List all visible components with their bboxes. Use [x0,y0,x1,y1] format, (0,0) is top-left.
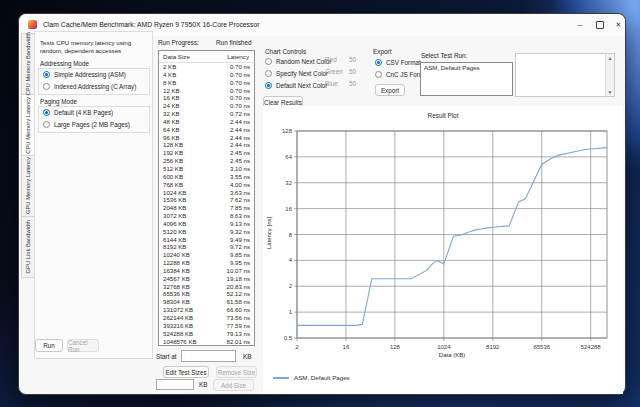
radio-icon [265,70,272,77]
radio-indexed-addressing[interactable]: Indexed Addressing (C Array) [43,83,136,90]
col-data-size[interactable]: Data Size [159,53,227,60]
radio-default-pages[interactable]: Default (4 KB Pages) [43,109,113,116]
table-row[interactable]: 192 KB2.45 ns [159,149,254,157]
table-row[interactable]: 262144 KB73.56 ns [159,314,254,322]
table-row[interactable]: 131072 KB66.60 ns [159,306,254,314]
svg-text:0.5: 0.5 [284,335,293,341]
table-row[interactable]: 6144 KB9.49 ns [159,236,254,244]
scrollbar-up-icon[interactable]: ▲ [606,54,614,62]
table-row[interactable]: 12288 KB9.95 ns [159,259,254,267]
data-size-cell: 12 KB [159,87,230,95]
table-row[interactable]: 98304 KB61.58 ns [159,298,254,306]
table-row[interactable]: 256 KB2.45 ns [159,157,254,165]
export-label: Export [373,48,391,55]
table-row[interactable]: 16384 KB10.07 ns [159,267,254,275]
tab-gpu-memory-latency[interactable]: GPU Memory Latency [21,155,34,217]
data-size-cell: 24567 KB [159,275,227,283]
radio-large-pages[interactable]: Large Pages (2 MB Pages) [43,121,130,128]
data-size-cell: 24 KB [159,102,230,110]
col-latency[interactable]: Latency [227,53,254,60]
data-size-cell: 12288 KB [159,259,230,267]
table-row[interactable]: 32768 KB20.83 ns [159,283,254,291]
data-size-cell: 16 KB [159,94,230,102]
test-run-item[interactable]: ASM, Default Pages [421,63,512,72]
radio-simple-addressing[interactable]: Simple Addressing (ASM) [43,71,126,78]
select-test-run-label: Select Test Run: [421,52,467,59]
radio-default-next-color[interactable]: Default Next Color [265,82,327,89]
table-row[interactable]: 8192 KB9.72 ns [159,243,254,251]
scrollbar-down-icon[interactable]: ▼ [606,88,614,96]
tab-label: CPU Memory Bandwidth [25,32,31,95]
tab-cpu-memory-bandwidth[interactable]: CPU Memory Bandwidth [21,33,34,95]
table-row[interactable]: 128 KB2.44 ns [159,141,254,149]
data-size-cell: 8192 KB [159,243,230,251]
tab-gpu-link-bandwidth[interactable]: GPU Link Bandwidth [21,216,34,278]
latency-cell: 19.18 ns [227,275,254,283]
table-row[interactable]: 600 KB3.55 ns [159,173,254,181]
test-run-listbox[interactable]: ASM, Default Pages [420,62,513,96]
data-size-cell: 256 KB [159,157,230,165]
data-size-cell: 131072 KB [159,306,227,314]
data-size-cell: 98304 KB [159,298,227,306]
svg-text:1: 1 [289,309,293,315]
table-row[interactable]: 24567 KB19.18 ns [159,275,254,283]
table-row[interactable]: 24 KB0.70 ns [159,102,254,110]
minimize-button[interactable]: ─ [571,14,589,36]
latency-cell: 82.01 ns [227,338,254,346]
scrollbar[interactable]: ▲ ▼ [605,54,614,96]
table-row[interactable]: 1024 KB3.63 ns [159,189,254,197]
table-row[interactable]: 16 KB0.70 ns [159,94,254,102]
data-size-cell: 3072 KB [159,212,230,220]
radio-csv-format[interactable]: CSV Format [375,59,421,66]
table-row[interactable]: 96 KB2.44 ns [159,134,254,142]
table-row[interactable]: 4096 KB9.13 ns [159,220,254,228]
tab-label: GPU Memory Latency [25,157,31,214]
table-row[interactable]: 1536 KB7.62 ns [159,196,254,204]
tab-cpu-memory-latency[interactable]: CPU Memory Latency [21,94,35,156]
data-size-cell: 48 KB [159,118,230,126]
table-row[interactable]: 3072 KB8.63 ns [159,212,254,220]
table-row[interactable]: 1048576 KB82.01 ns [159,338,254,346]
radio-specify-next-color[interactable]: Specify Next Color [265,70,328,77]
latency-cell: 10.07 ns [227,267,254,275]
export-output-box[interactable]: ▲ ▼ [515,53,615,97]
table-row[interactable]: 65536 KB52.12 ns [159,290,254,298]
table-row[interactable]: 2 KB0.70 ns [159,63,254,71]
latency-cell: 79.13 ns [227,330,254,338]
table-row[interactable]: 8 KB0.70 ns [159,79,254,87]
close-button[interactable]: ✕ [610,14,627,36]
export-button[interactable]: Export [375,84,405,96]
data-size-cell: 2048 KB [159,204,230,212]
maximize-button[interactable] [591,14,609,36]
tab-strip: CPU Memory BandwidthCPU Memory LatencyGP… [21,33,35,277]
table-row[interactable]: 48 KB2.44 ns [159,118,254,126]
latency-cell: 3.55 ns [230,173,254,181]
minimize-icon: ─ [578,22,583,29]
add-size-input[interactable] [156,379,194,390]
test-description: Tests CPU memory latency using random, d… [40,39,146,55]
table-row[interactable]: 12 KB0.70 ns [159,87,254,95]
data-size-cell: 16384 KB [159,267,227,275]
run-button[interactable]: Run [35,339,63,352]
latency-cell: 2.44 ns [230,126,254,134]
results-table-header[interactable]: Data Size Latency [159,51,254,63]
latency-cell: 2.44 ns [230,118,254,126]
table-row[interactable]: 10240 KB9.85 ns [159,251,254,259]
table-row[interactable]: 768 KB4.00 ns [159,181,254,189]
radio-random-next-color[interactable]: Random Next Color [265,58,331,65]
table-row[interactable]: 5120 KB9.32 ns [159,228,254,236]
table-row[interactable]: 32 KB0.72 ns [159,110,254,118]
table-row[interactable]: 2048 KB7.85 ns [159,204,254,212]
start-at-input[interactable] [181,350,236,362]
data-size-cell: 1048576 KB [159,338,227,346]
radio-icon [265,58,272,65]
svg-text:128: 128 [282,128,293,134]
test-config-panel: Tests CPU memory latency using random, d… [34,31,153,359]
edit-test-sizes-button[interactable]: Edit Test Sizes [163,366,209,378]
svg-text:2: 2 [295,344,299,350]
table-row[interactable]: 512 KB3.10 ns [159,165,254,173]
table-row[interactable]: 64 KB2.44 ns [159,126,254,134]
table-row[interactable]: 524288 KB79.13 ns [159,330,254,338]
table-row[interactable]: 4 KB0.70 ns [159,71,254,79]
table-row[interactable]: 393216 KB77.59 ns [159,322,254,330]
